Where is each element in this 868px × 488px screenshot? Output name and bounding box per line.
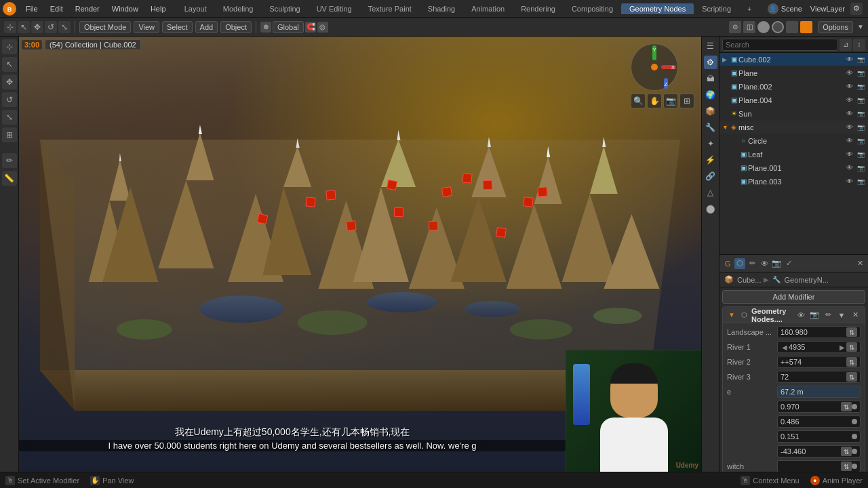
constraints-icon[interactable]: 🔗: [704, 169, 717, 183]
menu-render[interactable]: Render: [70, 3, 105, 14]
solid-mode[interactable]: [757, 21, 770, 33]
object-btn[interactable]: Object: [220, 21, 252, 33]
prop-dot-indicator[interactable]: [852, 464, 857, 469]
outliner-item-plane001[interactable]: ▶ ▣ Plane.001 👁 📷: [719, 161, 868, 175]
material-mode[interactable]: [786, 21, 798, 33]
prop-input-landscape[interactable]: 160.980 ⇅: [777, 326, 861, 338]
prop-input-river3[interactable]: 72 ⇅: [777, 371, 861, 383]
prop-stepper[interactable]: ⇅: [841, 462, 852, 471]
transform-orient-icon[interactable]: ⊕: [260, 22, 271, 33]
sort-btn[interactable]: ↕: [853, 39, 865, 51]
tool-scale-left[interactable]: ⤡: [2, 110, 17, 125]
mod-menu-btn[interactable]: ▼: [836, 310, 847, 321]
tab-compositing[interactable]: Compositing: [564, 3, 621, 14]
settings-btn[interactable]: ⚙: [850, 3, 863, 15]
visibility-eye[interactable]: 👁: [845, 177, 854, 186]
mod-render-btn[interactable]: 📷: [809, 310, 820, 321]
mod-close-btn[interactable]: ✕: [850, 310, 861, 321]
tool-transform-left[interactable]: ⊞: [2, 127, 17, 142]
prop-stepper[interactable]: ⇅: [841, 447, 852, 456]
modifier-icon[interactable]: 🔧: [704, 121, 717, 134]
tab-sculpting[interactable]: Sculpting: [261, 3, 308, 14]
prop-stepper-up[interactable]: ⇅: [846, 327, 857, 337]
prop-input-val4[interactable]: 0.151: [777, 430, 861, 443]
object-icon[interactable]: 📦: [704, 104, 717, 118]
item-collapse-arrow[interactable]: ▶: [722, 56, 729, 63]
tab-add[interactable]: +: [739, 3, 760, 14]
tab-uv-editing[interactable]: UV Editing: [309, 3, 360, 14]
prop-input-elev[interactable]: 67.2 m: [777, 386, 861, 398]
rendered-mode[interactable]: [800, 21, 812, 33]
tool-measure[interactable]: 📏: [2, 171, 17, 186]
render-vis[interactable]: 📷: [856, 177, 865, 186]
menu-edit[interactable]: Edit: [45, 3, 68, 14]
physics-icon[interactable]: ⚡: [704, 153, 717, 167]
mode-select-btn[interactable]: Object Mode: [79, 21, 131, 33]
outliner-item-sun[interactable]: ▶ ☀ Sun 👁 📷: [719, 107, 868, 121]
options-btn[interactable]: Options: [818, 21, 853, 33]
menu-file[interactable]: File: [20, 3, 43, 14]
item-collapse-arrow[interactable]: ▼: [722, 124, 729, 131]
prop-stepper[interactable]: ⇅: [846, 372, 857, 382]
navigation-gizmo[interactable]: X Y Z 🔍 ✋ 📷 ⊞: [631, 43, 694, 108]
tool-move[interactable]: ✥: [31, 21, 43, 33]
tab-scripting[interactable]: Scripting: [694, 3, 739, 14]
visibility-eye[interactable]: 👁: [845, 123, 854, 132]
mod-edit-btn[interactable]: ✏: [823, 310, 833, 321]
overlay-icon[interactable]: ⊙: [729, 21, 741, 33]
add-btn[interactable]: Add: [195, 21, 218, 33]
prop-dot-indicator[interactable]: [852, 449, 857, 454]
camera-view-icon[interactable]: 📷: [663, 94, 678, 108]
prop-input-river2[interactable]: ++574 ⇅: [777, 356, 861, 368]
render-vis[interactable]: 📷: [856, 109, 865, 119]
tab-texture-paint[interactable]: Texture Paint: [360, 3, 420, 14]
tab-layout[interactable]: Layout: [176, 3, 215, 14]
render-vis[interactable]: 📷: [856, 123, 865, 132]
gizmo-z-axis[interactable]: Z: [664, 78, 668, 89]
props-close-icon[interactable]: ✕: [854, 258, 865, 269]
visibility-eye[interactable]: 👁: [845, 82, 854, 92]
snap-icon[interactable]: 🧲: [305, 22, 316, 33]
visibility-eye[interactable]: 👁: [845, 55, 854, 64]
gizmo-x-axis[interactable]: X: [661, 65, 676, 69]
grid-icon[interactable]: ⊞: [679, 94, 694, 108]
outliner-item-plane[interactable]: ▶ ▣ Plane 👁 📷: [719, 66, 868, 80]
props-render-icon[interactable]: 📷: [771, 258, 782, 269]
viewport-3d[interactable]: 3:00 (54) Collection | Cube.002 X Y Z 🔍 …: [19, 37, 701, 472]
outliner-item-cube002[interactable]: ▶ ▣ Cube.002 👁 📷: [719, 53, 868, 66]
prop-dot-indicator[interactable]: [852, 419, 857, 424]
xray-icon[interactable]: ◫: [743, 21, 755, 33]
tab-modeling[interactable]: Modeling: [215, 3, 262, 14]
render-vis[interactable]: 📷: [856, 163, 865, 173]
render-vis[interactable]: 📷: [856, 96, 865, 105]
prop-input-river1[interactable]: ◀ 4935 ▶ ⇅: [777, 341, 861, 353]
props-apply-icon[interactable]: ✓: [783, 258, 794, 269]
visibility-eye[interactable]: 👁: [845, 136, 854, 146]
scene-icon[interactable]: 🏔: [704, 72, 717, 85]
prev-arrow[interactable]: ◀: [781, 344, 789, 351]
prop-stepper[interactable]: ⇅: [846, 357, 857, 367]
visibility-eye[interactable]: 👁: [845, 109, 854, 119]
prop-input-val3[interactable]: 0.486: [777, 415, 861, 428]
render-vis[interactable]: 📷: [856, 136, 865, 146]
properties-icon[interactable]: ⚙: [704, 56, 717, 69]
select-btn[interactable]: Select: [162, 21, 193, 33]
tab-animation[interactable]: Animation: [463, 3, 513, 14]
mod-realtime-btn[interactable]: 👁: [795, 310, 806, 321]
data-icon[interactable]: △: [704, 186, 717, 199]
render-vis[interactable]: 📷: [856, 55, 865, 64]
tool-scale[interactable]: ⤡: [58, 21, 71, 33]
prop-dot-indicator[interactable]: [852, 434, 857, 439]
render-vis[interactable]: 📷: [856, 68, 865, 78]
mod-collapse-arrow[interactable]: ▼: [727, 310, 736, 320]
particles-icon[interactable]: ✦: [704, 137, 717, 150]
render-preview-mode[interactable]: [772, 21, 784, 33]
prop-stepper[interactable]: ⇅: [846, 342, 857, 352]
gizmo-circle[interactable]: X Y Z: [631, 43, 678, 91]
tool-annotate[interactable]: ✏: [2, 153, 17, 168]
prop-input-switch[interactable]: ⇅: [777, 460, 861, 472]
props-view-icon[interactable]: 👁: [759, 258, 770, 269]
render-vis[interactable]: 📷: [856, 150, 865, 159]
outliner-item-leaf[interactable]: ▶ ▣ Leaf 👁 📷: [719, 148, 868, 161]
outliner-item-plane002[interactable]: ▶ ▣ Plane.002 👁 📷: [719, 80, 868, 94]
